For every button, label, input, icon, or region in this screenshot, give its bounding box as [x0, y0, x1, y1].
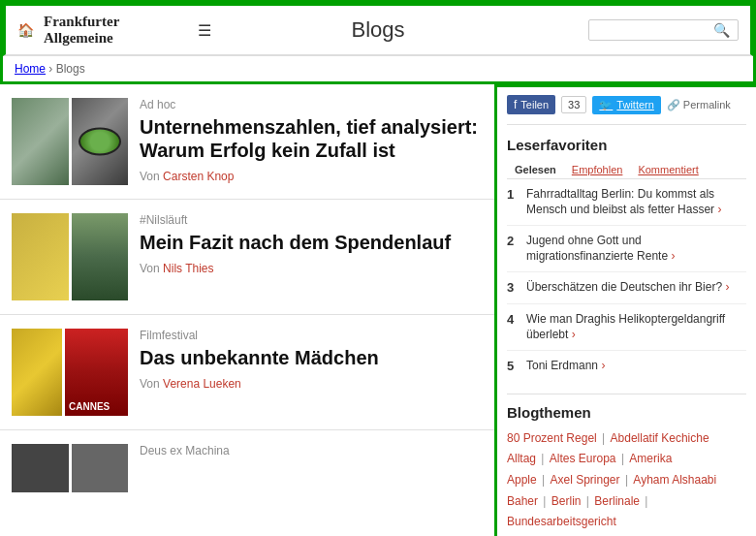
blogthemen-section: Blogthemen 80 Prozent Regel | Abdellatif…: [507, 394, 746, 536]
leserfavoriten-section: Leserfavoriten Gelesen Empfohlen Komment…: [507, 137, 746, 382]
faz-logo: Frankfurter Allgemeine: [44, 14, 188, 47]
fav-text: Wie man Draghis Helikoptergeldangriff üb…: [526, 312, 746, 342]
article-category: #Nilsläuft: [140, 213, 483, 227]
share-count: 33: [561, 96, 586, 113]
twittern-label: Twittern: [616, 99, 654, 110]
fav-link[interactable]: Jugend ohne Gott und migrationsfinanzier…: [526, 234, 668, 263]
theme-link[interactable]: Amerika: [629, 452, 672, 465]
article-text-2: #Nilsläuft Mein Fazit nach dem Spendenla…: [140, 213, 483, 300]
header-container: 🏠 Frankfurter Allgemeine ☰ Blogs 🔍 Home …: [0, 0, 756, 84]
permalink-label: Permalink: [683, 99, 731, 110]
breadcrumb: Home › Blogs: [3, 56, 753, 81]
fav-link[interactable]: Toni Erdmann: [526, 359, 598, 372]
sidebar: f Teilen 33 🐦 Twittern 🔗 Permalink Leser…: [494, 84, 756, 536]
fav-item: 2 Jugend ohne Gott und migrationsfinanzi…: [507, 234, 746, 272]
arrow-icon: ›: [725, 280, 729, 294]
permalink-button[interactable]: 🔗 Permalink: [667, 99, 731, 111]
breadcrumb-separator: ›: [48, 62, 52, 76]
breadcrumb-current: Blogs: [56, 62, 85, 76]
search-input[interactable]: [595, 23, 711, 37]
main-layout: Ad hoc Unternehmenszahlen, tief analysie…: [0, 84, 756, 536]
arrow-icon: ›: [572, 328, 576, 341]
theme-link[interactable]: Ayham Alshaabi: [633, 473, 716, 487]
blogthemen-title: Blogthemen: [507, 404, 746, 421]
article-text-3: Filmfestival Das unbekannte Mädchen Von …: [140, 329, 483, 416]
fav-text: Überschätzen die Deutschen ihr Bier? ›: [526, 280, 729, 296]
article-thumbnail-1: [12, 98, 128, 185]
article-text-4: Deus ex Machina: [140, 444, 483, 492]
menu-icon[interactable]: ☰: [198, 21, 211, 40]
article-title[interactable]: Unternehmenszahlen, tief analysiert: War…: [140, 115, 483, 162]
article-item: #Nilsläuft Mein Fazit nach dem Spendenla…: [0, 200, 494, 315]
arrow-icon: ›: [717, 203, 721, 216]
author-link[interactable]: Carsten Knop: [163, 170, 234, 183]
search-button[interactable]: 🔍: [711, 22, 732, 38]
themes-text: 80 Prozent Regel | Abdellatif Kechiche A…: [507, 428, 746, 536]
content-area: Ad hoc Unternehmenszahlen, tief analysie…: [0, 84, 494, 536]
tab-kommentiert[interactable]: Kommentiert: [630, 161, 706, 178]
article-item: CANNES Filmfestival Das unbekannte Mädch…: [0, 315, 494, 430]
thumbnail-right: [72, 213, 129, 300]
article-title[interactable]: Mein Fazit nach dem Spendenlauf: [140, 231, 483, 254]
fav-link[interactable]: Wie man Draghis Helikoptergeldangriff üb…: [526, 312, 725, 341]
thumbnail-left: [12, 98, 69, 185]
search-box: 🔍: [588, 19, 739, 41]
theme-link[interactable]: Alltag: [507, 452, 536, 465]
fav-num: 5: [507, 359, 520, 374]
theme-link[interactable]: Baher: [507, 494, 538, 508]
article-thumbnail-4: [12, 444, 128, 492]
article-text-1: Ad hoc Unternehmenszahlen, tief analysie…: [140, 98, 483, 185]
article-title[interactable]: Das unbekannte Mädchen: [140, 346, 483, 369]
fav-text: Toni Erdmann ›: [526, 359, 605, 374]
fav-item: 1 Fahrradtalltag Berlin: Du kommst als M…: [507, 187, 746, 226]
fav-link[interactable]: Überschätzen die Deutschen ihr Bier?: [526, 280, 722, 294]
theme-link[interactable]: Apple: [507, 473, 537, 487]
article-author: Von Carsten Knop: [140, 170, 483, 183]
article-author: Von Nils Thies: [140, 262, 483, 275]
theme-link[interactable]: Berlinale: [594, 494, 640, 508]
arrow-icon: ›: [671, 249, 675, 263]
article-item: Ad hoc Unternehmenszahlen, tief analysie…: [0, 84, 494, 200]
home-icon[interactable]: 🏠: [17, 22, 34, 38]
teilen-label: Teilen: [520, 99, 549, 110]
theme-link[interactable]: Axel Springer: [551, 473, 620, 487]
article-category: Ad hoc: [140, 98, 483, 111]
article-thumbnail-2: [12, 213, 128, 300]
fav-num: 3: [507, 280, 520, 296]
cannes-label: CANNES: [69, 401, 110, 412]
twitter-icon: 🐦: [599, 99, 613, 111]
author-link[interactable]: Verena Lueken: [163, 377, 241, 391]
theme-link[interactable]: Berlin: [551, 494, 582, 508]
fav-item: 4 Wie man Draghis Helikoptergeldangriff …: [507, 312, 746, 351]
fav-item: 5 Toni Erdmann ›: [507, 359, 746, 382]
twittern-button[interactable]: 🐦 Twittern: [592, 96, 661, 114]
header-left: 🏠 Frankfurter Allgemeine ☰: [17, 14, 211, 47]
page-title: Blogs: [211, 17, 545, 43]
breadcrumb-home[interactable]: Home: [15, 62, 46, 76]
theme-link[interactable]: 80 Prozent Regel: [507, 431, 597, 445]
thumbnail-left: [12, 213, 69, 300]
teilen-button[interactable]: f Teilen: [507, 95, 555, 114]
fav-list: 1 Fahrradtalltag Berlin: Du kommst als M…: [507, 187, 746, 382]
fav-num: 4: [507, 312, 520, 342]
header: 🏠 Frankfurter Allgemeine ☰ Blogs 🔍: [3, 3, 753, 56]
header-right: 🔍: [545, 19, 739, 41]
link-icon: 🔗: [667, 99, 680, 111]
article-category: Deus ex Machina: [140, 444, 483, 457]
author-link[interactable]: Nils Thies: [163, 262, 213, 275]
facebook-icon: f: [514, 98, 517, 111]
article-item: Deus ex Machina: [0, 430, 494, 498]
arrow-icon: ›: [601, 359, 605, 372]
theme-link[interactable]: Bundesarbeitsgericht: [507, 515, 616, 528]
tab-gelesen[interactable]: Gelesen: [507, 161, 564, 178]
tabs-bar: Gelesen Empfohlen Kommentiert: [507, 161, 746, 179]
fav-link[interactable]: Fahrradtalltag Berlin: Du kommst als Men…: [526, 187, 714, 216]
theme-link[interactable]: Altes Europa: [550, 452, 616, 465]
tab-empfohlen[interactable]: Empfohlen: [564, 161, 631, 178]
theme-link[interactable]: Abdellatif Kechiche: [611, 431, 709, 445]
fav-text: Fahrradtalltag Berlin: Du kommst als Men…: [526, 187, 746, 217]
thumbnail-left: [12, 444, 69, 492]
social-bar: f Teilen 33 🐦 Twittern 🔗 Permalink: [507, 95, 746, 125]
thumbnail-right: [72, 444, 129, 492]
leserfavoriten-title: Leserfavoriten: [507, 137, 746, 153]
